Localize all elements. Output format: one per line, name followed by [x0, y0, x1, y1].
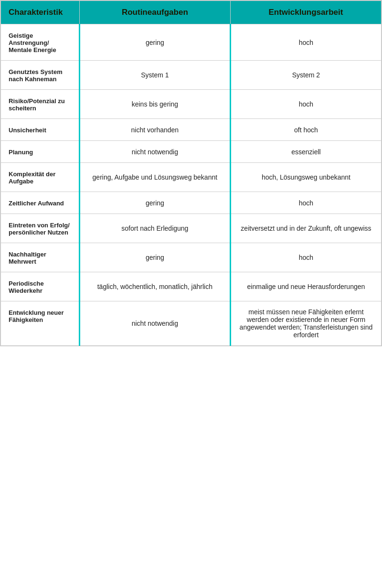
cell-charakteristik: Nachhaltiger Mehrwert [1, 243, 80, 272]
cell-entwicklungsarbeit: hoch, Lösungsweg unbekannt [230, 163, 381, 192]
cell-routineaufgaben: gering [79, 192, 230, 214]
cell-routineaufgaben: gering [79, 243, 230, 272]
cell-entwicklungsarbeit: meist müssen neue Fähigkeiten erlernt we… [230, 301, 381, 346]
table-row: Planungnicht notwendigessenziell [1, 141, 382, 163]
table-row: Zeitlicher Aufwandgeringhoch [1, 192, 382, 214]
cell-charakteristik: Geistige Anstrengung/ Mentale Energie [1, 24, 80, 61]
cell-entwicklungsarbeit: hoch [230, 90, 381, 119]
cell-charakteristik: Entwicklung neuer Fähigkeiten [1, 301, 80, 346]
header-charakteristik: Charakteristik [1, 1, 80, 24]
cell-charakteristik: Komplexität der Aufgabe [1, 163, 80, 192]
cell-entwicklungsarbeit: hoch [230, 192, 381, 214]
cell-routineaufgaben: täglich, wöchentlich, monatlich, jährlic… [79, 272, 230, 301]
cell-charakteristik: Genutztes System nach Kahneman [1, 61, 80, 90]
cell-routineaufgaben: nicht vorhanden [79, 119, 230, 141]
comparison-table: Charakteristik Routineaufgaben Entwicklu… [0, 0, 382, 346]
table-row: Genutztes System nach KahnemanSystem 1Sy… [1, 61, 382, 90]
cell-entwicklungsarbeit: zeitversetzt und in der Zukunft, oft ung… [230, 214, 381, 243]
cell-routineaufgaben: gering [79, 24, 230, 61]
table-row: Geistige Anstrengung/ Mentale Energieger… [1, 24, 382, 61]
cell-entwicklungsarbeit: oft hoch [230, 119, 381, 141]
cell-charakteristik: Eintreten von Erfolg/ persönlicher Nutze… [1, 214, 80, 243]
table-header-row: Charakteristik Routineaufgaben Entwicklu… [1, 1, 382, 24]
table-row: Periodische Wiederkehrtäglich, wöchentli… [1, 272, 382, 301]
header-entwicklungsarbeit: Entwicklungsarbeit [230, 1, 381, 24]
cell-charakteristik: Zeitlicher Aufwand [1, 192, 80, 214]
cell-routineaufgaben: sofort nach Erledigung [79, 214, 230, 243]
table-row: Komplexität der Aufgabegering, Aufgabe u… [1, 163, 382, 192]
table-row: Unsicherheitnicht vorhandenoft hoch [1, 119, 382, 141]
cell-routineaufgaben: nicht notwendig [79, 141, 230, 163]
cell-charakteristik: Risiko/Potenzial zu scheitern [1, 90, 80, 119]
cell-entwicklungsarbeit: essenziell [230, 141, 381, 163]
cell-routineaufgaben: gering, Aufgabe und Lösungsweg bekannt [79, 163, 230, 192]
cell-routineaufgaben: System 1 [79, 61, 230, 90]
cell-charakteristik: Planung [1, 141, 80, 163]
cell-charakteristik: Unsicherheit [1, 119, 80, 141]
header-routineaufgaben: Routineaufgaben [79, 1, 230, 24]
cell-charakteristik: Periodische Wiederkehr [1, 272, 80, 301]
cell-entwicklungsarbeit: hoch [230, 243, 381, 272]
cell-routineaufgaben: keins bis gering [79, 90, 230, 119]
cell-entwicklungsarbeit: hoch [230, 24, 381, 61]
cell-entwicklungsarbeit: System 2 [230, 61, 381, 90]
table-row: Risiko/Potenzial zu scheiternkeins bis g… [1, 90, 382, 119]
cell-routineaufgaben: nicht notwendig [79, 301, 230, 346]
table-row: Entwicklung neuer Fähigkeitennicht notwe… [1, 301, 382, 346]
cell-entwicklungsarbeit: einmalige und neue Herausforderungen [230, 272, 381, 301]
table-row: Eintreten von Erfolg/ persönlicher Nutze… [1, 214, 382, 243]
table-row: Nachhaltiger Mehrwertgeringhoch [1, 243, 382, 272]
